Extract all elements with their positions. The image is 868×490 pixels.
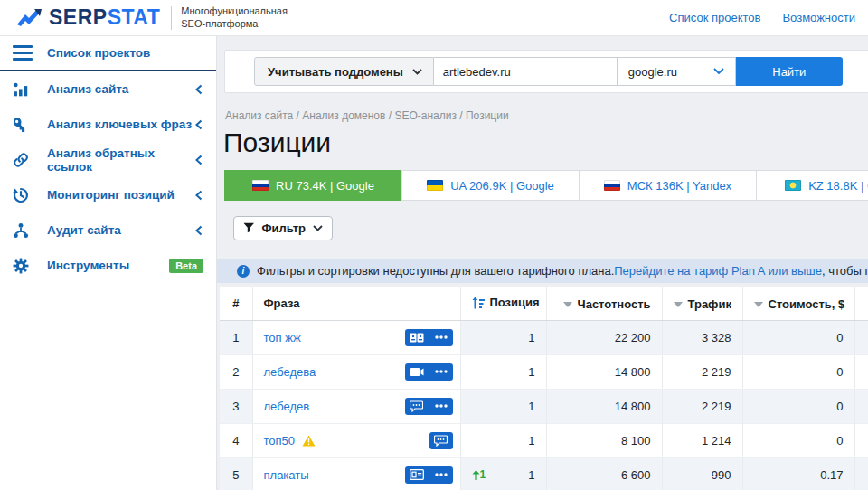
volume-cell: 6 600 — [546, 457, 662, 490]
serp-images-icon[interactable] — [405, 329, 429, 346]
brand-divider — [171, 6, 172, 30]
sidebar-item-rank-monitoring[interactable]: Мониторинг позиций — [0, 177, 216, 212]
column-header-volume[interactable]: Частотность — [546, 287, 662, 320]
tab-kz-google[interactable]: KZ 18.8K | Google — [756, 170, 868, 201]
serp-comments-icon[interactable] — [405, 398, 429, 415]
chevron-left-icon — [194, 119, 203, 130]
domain-search-bar: Учитывать поддомены google.ru Найти — [224, 50, 868, 93]
site-audit-icon — [13, 222, 31, 239]
positions-table: # Фраза Позиция Частотность Трафик — [220, 287, 868, 490]
volume-cell: 22 200 — [546, 320, 662, 354]
more-features-icon[interactable] — [429, 466, 453, 484]
tab-ru-google[interactable]: RU 73.4K | Google — [224, 170, 402, 201]
sidebar-item-keyword-analysis[interactable]: Анализ ключевых фраз — [0, 107, 216, 142]
more-features-icon[interactable] — [429, 398, 453, 415]
sidebar-item-tools[interactable]: Инструменты Beta — [0, 248, 216, 283]
position-cell: 1 1 — [460, 457, 546, 490]
volume-cell: 8 100 — [546, 423, 662, 457]
sidebar-item-site-analysis[interactable]: Анализ сайта — [0, 71, 216, 107]
phrase-link[interactable]: плакаты — [264, 468, 309, 482]
sidebar: Список проектов Анализ сайта Анализ ключ… — [0, 36, 217, 490]
tab-msk-yandex[interactable]: МСК 136K | Yandex — [579, 170, 757, 201]
position-cell: 1 — [460, 423, 546, 457]
table-row: 1 топ жж — [220, 320, 868, 354]
serpstat-logo-icon — [16, 7, 43, 29]
column-header-cost[interactable]: Стоимость, $ — [742, 287, 854, 320]
traffic-cell: 1 214 — [662, 423, 742, 457]
funnel-icon — [243, 222, 254, 234]
serp-comments-icon[interactable] — [429, 432, 453, 449]
phrase-cell: топ50 — [252, 423, 460, 457]
domain-query-input[interactable] — [434, 57, 618, 86]
sidebar-item-site-audit[interactable]: Аудит сайта — [0, 212, 216, 248]
phrase-cell: топ жж — [252, 320, 460, 354]
more-features-icon[interactable] — [429, 363, 453, 381]
sort-down-icon — [754, 302, 763, 307]
ua-flag-icon — [427, 180, 443, 191]
site-analysis-icon — [13, 81, 31, 98]
traffic-cell: 2 219 — [662, 389, 742, 423]
sort-asc-active-icon — [472, 297, 485, 309]
chevron-left-icon — [194, 225, 203, 236]
row-number: 4 — [220, 423, 252, 457]
ru-flag-icon — [604, 180, 620, 191]
upgrade-plan-link[interactable]: Перейдите на тариф Plan A или выше — [614, 264, 822, 278]
column-header-position[interactable]: Позиция — [460, 287, 546, 320]
breadcrumb-current: Позиции — [466, 109, 509, 122]
phrase-link[interactable]: топ50 — [264, 434, 296, 448]
top-nav: Список проектов Возможности — [669, 11, 855, 24]
row-number: 1 — [220, 320, 252, 354]
table-header-row: # Фраза Позиция Частотность Трафик — [220, 287, 868, 320]
chevron-left-icon — [194, 84, 203, 95]
phrase-link[interactable]: лебедев — [264, 400, 310, 413]
sidebar-item-backlink-analysis[interactable]: Анализ обратных ссылок — [0, 142, 216, 177]
search-engine-select[interactable]: google.ru — [618, 57, 736, 86]
table-row: 3 лебедев — [220, 389, 868, 423]
plan-restriction-notice: i Фильтры и сортировки недоступны для ва… — [217, 259, 868, 283]
phrase-link[interactable]: лебедева — [264, 365, 316, 379]
serp-video-icon[interactable] — [405, 363, 429, 381]
cost-cell: 0 — [742, 320, 854, 354]
position-cell: 1 — [460, 389, 546, 423]
warning-icon[interactable] — [302, 435, 316, 447]
column-header-traffic[interactable]: Трафик — [662, 287, 742, 320]
breadcrumb-site-analysis[interactable]: Анализ сайта — [225, 109, 293, 122]
sort-down-icon — [674, 302, 683, 307]
info-icon: i — [237, 265, 250, 278]
row-number: 3 — [220, 389, 252, 423]
serpstat-logo[interactable]: SERPSTAT — [16, 7, 160, 29]
kz-flag-icon — [785, 180, 801, 191]
tab-ua-google[interactable]: UA 206.9K | Google — [401, 170, 580, 201]
ru-flag-icon — [252, 180, 269, 191]
backlinks-icon — [13, 152, 31, 168]
traffic-cell: 2 219 — [662, 354, 742, 389]
cost-cell: 0 — [742, 423, 854, 457]
sidebar-item-project-list[interactable]: Список проектов — [0, 36, 216, 71]
gear-icon — [13, 258, 31, 274]
serp-knowledge-card-icon[interactable] — [405, 466, 429, 484]
breadcrumb-seo-analysis[interactable]: SEO-анализ — [394, 109, 457, 122]
subdomain-mode-dropdown[interactable]: Учитывать поддомены — [254, 57, 434, 86]
position-change-up: 1 — [472, 468, 486, 481]
table-row: 5 плакаты — [220, 457, 868, 490]
volume-cell: 14 800 — [546, 389, 662, 423]
table-row: 2 лебедева — [220, 354, 868, 389]
search-button[interactable]: Найти — [736, 57, 843, 86]
nav-features-link[interactable]: Возможности — [782, 11, 855, 24]
column-header-number: # — [220, 287, 252, 320]
column-header-phrase[interactable]: Фраза — [252, 287, 460, 320]
breadcrumb: Анализ сайта / Анализ доменов / SEO-анал… — [225, 109, 868, 122]
more-features-icon[interactable] — [429, 329, 453, 346]
position-cell: 1 — [460, 354, 546, 389]
breadcrumb-domain-analysis[interactable]: Анализ доменов — [302, 109, 385, 122]
beta-badge: Beta — [169, 259, 203, 273]
filter-button[interactable]: Фильтр — [233, 216, 333, 240]
chevron-down-icon — [713, 68, 724, 75]
chevron-left-icon — [194, 190, 203, 201]
hamburger-menu-icon[interactable] — [13, 45, 33, 61]
phrase-cell: лебедев — [252, 389, 460, 423]
phrase-link[interactable]: топ жж — [264, 331, 301, 344]
phrase-cell: лебедева — [252, 354, 460, 389]
nav-project-list-link[interactable]: Список проектов — [669, 11, 760, 24]
serpstat-logo-text: SERPSTAT — [49, 7, 160, 28]
